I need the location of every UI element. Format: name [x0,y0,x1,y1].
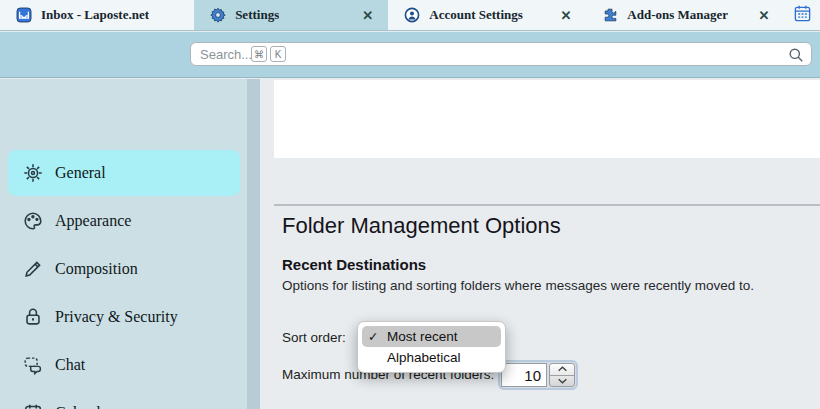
max-folders-input[interactable] [501,363,547,387]
thunderbird-window: Inbox - Laposte.net Settings ✕ Account S… [0,0,820,409]
search-box: ⌘ K [190,42,812,66]
settings-toolbar: ⌘ K [0,32,820,78]
sidebar-content-divider [247,79,260,409]
max-folders-spinner [498,360,578,390]
palette-icon [22,210,44,232]
sidebar-item-label: Chat [55,356,85,374]
spinner-up-button[interactable] [550,364,574,376]
settings-sidebar: General Appearance Composition Privacy &… [0,79,247,409]
tab-label: Settings [235,7,279,23]
calendar-tab-button[interactable] [784,0,820,30]
menu-item-label: Most recent [387,329,458,344]
calendar-icon [22,402,44,409]
gear-icon [22,162,44,184]
tab-bar: Inbox - Laposte.net Settings ✕ Account S… [0,0,820,31]
sidebar-item-label: Appearance [55,212,131,230]
sidebar-item-label: General [55,164,106,182]
sidebar-item-chat[interactable]: Chat [8,342,240,388]
sidebar-item-appearance[interactable]: Appearance [8,198,240,244]
subsection-title: Recent Destinations [282,256,426,273]
checkmark-icon: ✓ [368,329,387,344]
menu-item-alphabetical[interactable]: Alphabetical [362,347,501,368]
spinner-buttons [549,363,575,387]
menu-item-label: Alphabetical [387,350,461,365]
sidebar-item-calendar[interactable]: Calendar [8,390,240,409]
close-icon[interactable]: ✕ [756,8,773,23]
tab-account-settings[interactable]: Account Settings ✕ [388,0,586,30]
calendar-icon [793,4,812,27]
search-icon [788,47,804,63]
search-input[interactable] [191,43,811,65]
subsection-description: Options for listing and sorting folders … [282,278,754,293]
sidebar-item-general[interactable]: General [8,150,240,196]
close-icon[interactable]: ✕ [359,8,376,23]
tab-addons-manager[interactable]: Add-ons Manager ✕ [586,0,784,30]
section-divider [274,204,820,206]
lock-icon [22,306,44,328]
sidebar-item-label: Calendar [55,404,113,409]
tab-inbox[interactable]: Inbox - Laposte.net [0,0,194,30]
pencil-icon [22,258,44,280]
page-title: Folder Management Options [282,213,561,239]
sidebar-item-privacy-security[interactable]: Privacy & Security [8,294,240,340]
settings-content: Folder Management Options Recent Destina… [260,79,820,409]
mail-icon [16,7,32,23]
tab-label: Account Settings [429,7,523,23]
account-icon [404,7,420,23]
sidebar-item-composition[interactable]: Composition [8,246,240,292]
sort-order-menu: ✓ Most recent Alphabetical [357,321,506,373]
sort-order-label: Sort order: [282,330,346,345]
sidebar-item-label: Composition [55,260,138,278]
sidebar-item-label: Privacy & Security [55,308,178,326]
spinner-down-button[interactable] [550,376,574,387]
previous-section-panel [274,80,820,158]
tab-label: Add-ons Manager [627,7,728,23]
menu-item-most-recent[interactable]: ✓ Most recent [362,326,501,347]
tab-settings[interactable]: Settings ✕ [194,0,388,30]
puzzle-icon [602,7,618,23]
close-icon[interactable]: ✕ [557,8,574,23]
tab-label: Inbox - Laposte.net [41,7,149,23]
gear-icon [210,7,226,23]
chat-icon [22,354,44,376]
